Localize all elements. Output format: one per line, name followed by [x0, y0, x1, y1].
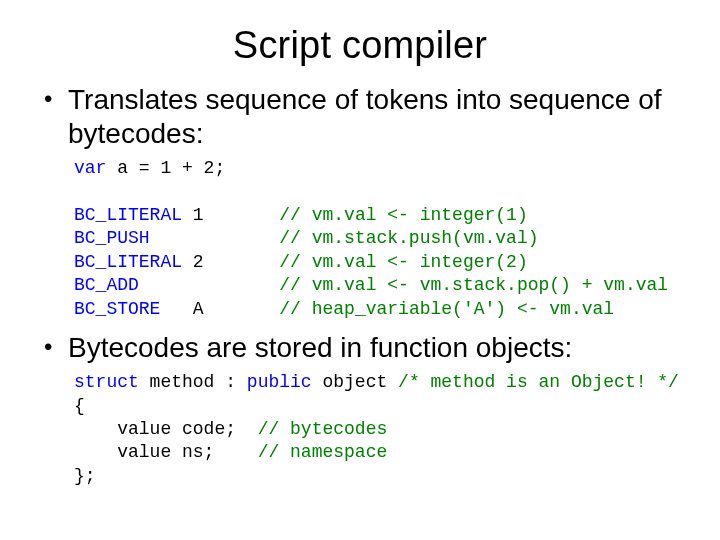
code1-l2: BC_LITERAL 1 // vm.val <- integer(1)	[74, 205, 528, 225]
code1-l3-op: BC_PUSH	[74, 228, 150, 248]
code2-l1-cm: /* method is an Object! */	[398, 372, 679, 392]
code1-l6-op: BC_STORE	[74, 299, 160, 319]
code1-l3: BC_PUSH // vm.stack.push(vm.val)	[74, 228, 539, 248]
code2-l3-cm: // bytecodes	[258, 419, 388, 439]
code2-l1-mid: method :	[139, 372, 247, 392]
code1-l4-arg: 2	[193, 252, 204, 272]
code2-l4: value ns; // namespace	[74, 442, 387, 462]
code1-l2-cm: // vm.val <- integer(1)	[279, 205, 527, 225]
code1-l1-rest: a = 1 + 2;	[106, 158, 225, 178]
code1-l6: BC_STORE A // heap_variable('A') <- vm.v…	[74, 299, 614, 319]
code1-l4-cm: // vm.val <- integer(2)	[279, 252, 527, 272]
code2-l4-cm: // namespace	[258, 442, 388, 462]
code1-l6-cm: // heap_variable('A') <- vm.val	[279, 299, 614, 319]
code2-l1-kw1: struct	[74, 372, 139, 392]
code2-l2: {	[74, 396, 85, 416]
bullet-1: Translates sequence of tokens into seque…	[68, 83, 680, 151]
code-block-1: var a = 1 + 2; BC_LITERAL 1 // vm.val <-…	[74, 157, 680, 321]
code1-l6-arg: A	[193, 299, 204, 319]
code1-l5: BC_ADD // vm.val <- vm.stack.pop() + vm.…	[74, 275, 668, 295]
slide-title: Script compiler	[40, 24, 680, 67]
bullet-1-text: Translates sequence of tokens into seque…	[68, 84, 662, 149]
code2-l1: struct method : public object /* method …	[74, 372, 679, 392]
code2-l1-kw2: public	[247, 372, 312, 392]
code2-l5: };	[74, 466, 96, 486]
code1-l4-op: BC_LITERAL	[74, 252, 182, 272]
bullet-2-text: Bytecodes are stored in function objects…	[68, 332, 572, 363]
bullet-list: Translates sequence of tokens into seque…	[40, 83, 680, 151]
code1-l2-op: BC_LITERAL	[74, 205, 182, 225]
slide: Script compiler Translates sequence of t…	[0, 0, 720, 540]
code-block-2: struct method : public object /* method …	[74, 371, 680, 488]
code1-l5-cm: // vm.val <- vm.stack.pop() + vm.val	[279, 275, 668, 295]
code1-l2-arg: 1	[193, 205, 204, 225]
code2-l1-rest: object	[312, 372, 398, 392]
code1-kw: var	[74, 158, 106, 178]
code1-l4: BC_LITERAL 2 // vm.val <- integer(2)	[74, 252, 528, 272]
code2-l4-txt: value ns;	[74, 442, 258, 462]
code1-l3-cm: // vm.stack.push(vm.val)	[279, 228, 538, 248]
code1-l5-op: BC_ADD	[74, 275, 139, 295]
bullet-2: Bytecodes are stored in function objects…	[68, 331, 680, 365]
code2-l3: value code; // bytecodes	[74, 419, 387, 439]
bullet-list-2: Bytecodes are stored in function objects…	[40, 331, 680, 365]
code2-l3-txt: value code;	[74, 419, 258, 439]
